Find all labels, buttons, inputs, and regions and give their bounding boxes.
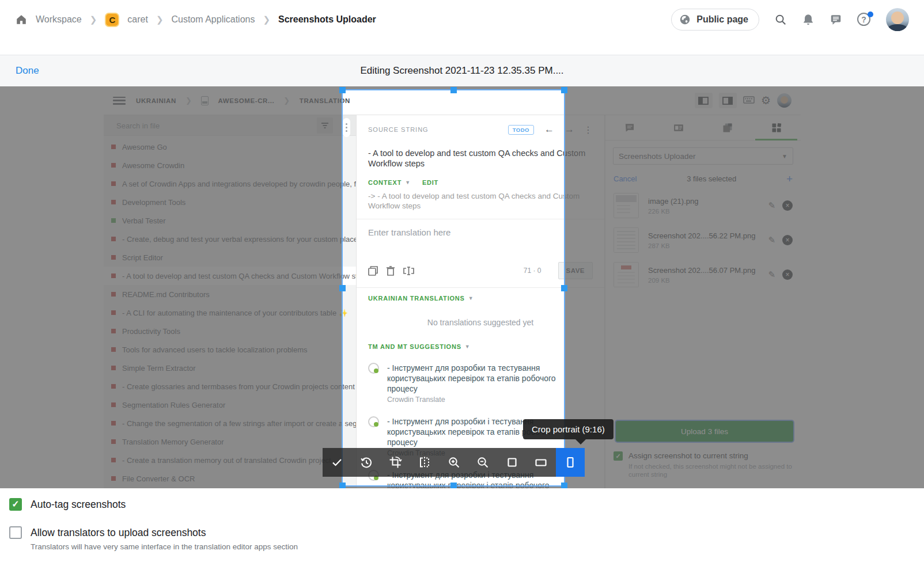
breadcrumb: Workspace ❯ C caret ❯ Custom Application… — [15, 13, 376, 27]
breadcrumb-workspace[interactable]: Workspace — [36, 14, 82, 25]
crop-handle-top-left[interactable] — [339, 87, 346, 93]
allow-translators-label: Allow translators to upload screenshots — [31, 526, 298, 539]
uploader-settings: ✓ Auto-tag screenshots Allow translators… — [0, 488, 924, 585]
home-icon[interactable] — [15, 13, 28, 26]
crop-portrait-tooltip: Crop portrait (9:16) — [523, 419, 614, 439]
reset-icon[interactable] — [352, 448, 381, 477]
allow-translators-checkbox[interactable] — [9, 526, 22, 539]
breadcrumb-custom-applications[interactable]: Custom Applications — [171, 14, 255, 25]
messages-icon[interactable] — [830, 13, 842, 26]
public-page-button[interactable]: Public page — [671, 9, 759, 31]
crop-handle-bottom-left[interactable] — [339, 483, 346, 488]
flip-icon[interactable] — [410, 448, 440, 477]
help-notification-dot — [868, 12, 873, 17]
auto-tag-label: Auto-tag screenshots — [31, 498, 126, 511]
crop-dim-overlay — [565, 89, 924, 487]
crop-handle-middle-left[interactable] — [339, 285, 346, 291]
chevron-right-icon: ❯ — [90, 14, 97, 25]
confirm-crop-icon[interactable] — [323, 448, 352, 477]
crop-portrait-icon[interactable] — [556, 448, 585, 477]
crop-handle-bottom-right[interactable] — [561, 483, 567, 488]
crop-square-icon[interactable] — [498, 448, 527, 477]
crop-dim-overlay — [0, 89, 342, 487]
crop-toolbar — [323, 448, 585, 477]
project-badge: C — [105, 13, 119, 27]
auto-tag-checkbox[interactable]: ✓ — [9, 498, 22, 511]
screenshot-edit-stage: UKRAINIAN ❯ AWESOME-CR... ❯ TRANSLATION — [0, 86, 924, 488]
screenshot-edit-bar: Done Editing Screenshot 2021-11-23 12.35… — [0, 55, 924, 86]
crop-handle-bottom-middle[interactable] — [450, 483, 457, 488]
crop-handle-top-middle[interactable] — [450, 87, 457, 93]
breadcrumb-project[interactable]: caret — [127, 14, 148, 25]
crop-handle-top-right[interactable] — [561, 87, 567, 93]
allow-translators-help: Translators will have very same interfac… — [31, 542, 298, 551]
editing-screenshot-title: Editing Screenshot 2021-11-23 12.35.35 P… — [0, 65, 924, 77]
crop-rotate-icon[interactable] — [381, 448, 410, 477]
chevron-right-icon: ❯ — [263, 14, 270, 25]
help-icon[interactable]: ? — [857, 13, 871, 26]
zoom-in-icon[interactable] — [439, 448, 468, 477]
notifications-bell-icon[interactable] — [802, 13, 815, 26]
top-navigation-bar: Workspace ❯ C caret ❯ Custom Application… — [0, 0, 924, 55]
globe-icon — [679, 13, 691, 26]
user-avatar[interactable] — [886, 8, 909, 31]
screenshots-uploader-app: Workspace ❯ C caret ❯ Custom Application… — [0, 0, 924, 585]
crop-landscape-icon[interactable] — [527, 448, 556, 477]
chevron-right-icon: ❯ — [156, 14, 164, 25]
search-icon[interactable] — [774, 13, 787, 26]
zoom-out-icon[interactable] — [468, 448, 498, 477]
crop-handle-middle-right[interactable] — [561, 285, 567, 291]
public-page-label: Public page — [696, 14, 748, 25]
breadcrumb-current-page: Screenshots Uploader — [278, 14, 376, 25]
